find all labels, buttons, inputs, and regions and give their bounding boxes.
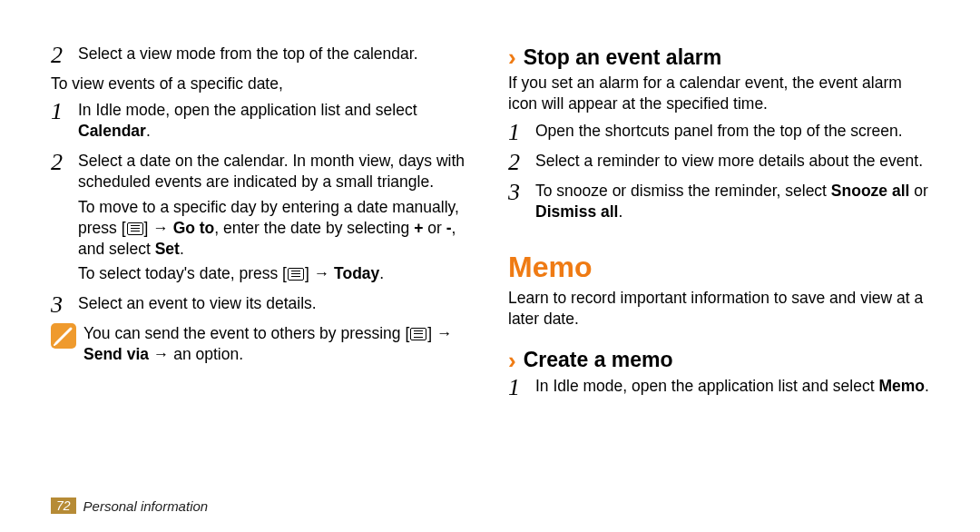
step-text: Select an event to view its details. bbox=[78, 293, 472, 314]
create-step-1: 1 In Idle mode, open the application lis… bbox=[508, 376, 929, 400]
step-body: Select a date on the calendar. In month … bbox=[78, 151, 472, 288]
heading-text: Create a memo bbox=[524, 346, 673, 373]
step-text: In Idle mode, open the application list … bbox=[535, 376, 929, 397]
step-number: 2 bbox=[51, 151, 78, 288]
step-body: Select a reminder to view more details a… bbox=[535, 151, 929, 175]
step-body: Select an event to view its details. bbox=[78, 293, 472, 318]
substep-1: 1 In Idle mode, open the application lis… bbox=[51, 100, 472, 145]
substep-3: 3 Select an event to view its details. bbox=[51, 293, 472, 318]
stop-step-2: 2 Select a reminder to view more details… bbox=[508, 151, 929, 175]
memo-intro: Learn to record important information to… bbox=[508, 288, 929, 330]
menu-icon bbox=[288, 268, 304, 281]
step-number: 2 bbox=[51, 44, 78, 68]
step-text: To move to a specific day by entering a … bbox=[78, 197, 472, 260]
heading-create-memo: › Create a memo bbox=[508, 346, 929, 373]
step-text: Select a view mode from the top of the c… bbox=[78, 44, 472, 64]
chevron-right-icon: › bbox=[508, 45, 516, 69]
page-footer: 72 Personal information bbox=[51, 498, 208, 514]
right-column: › Stop an event alarm If you set an alar… bbox=[508, 44, 929, 406]
step-text: Open the shortcuts panel from the top of… bbox=[535, 121, 929, 142]
step-text: Select a date on the calendar. In month … bbox=[78, 151, 472, 192]
step-number: 3 bbox=[508, 181, 535, 226]
note-block: You can send the event to others by pres… bbox=[51, 323, 472, 365]
step-body: To snooze or dismiss the reminder, selec… bbox=[535, 181, 929, 226]
step-text: To snooze or dismiss the reminder, selec… bbox=[535, 181, 929, 222]
heading-stop-alarm: › Stop an event alarm bbox=[508, 44, 929, 71]
step-body: In Idle mode, open the application list … bbox=[78, 100, 472, 145]
step-2: 2 Select a view mode from the top of the… bbox=[51, 44, 472, 68]
note-body: You can send the event to others by pres… bbox=[83, 323, 472, 365]
step-text: In Idle mode, open the application list … bbox=[78, 100, 472, 142]
step-text: To select today's date, press [] → Today… bbox=[78, 263, 472, 284]
step-number: 1 bbox=[508, 121, 535, 145]
page-columns: 2 Select a view mode from the top of the… bbox=[51, 44, 929, 406]
stop-intro: If you set an alarm for a calendar event… bbox=[508, 73, 929, 114]
step-number: 1 bbox=[51, 100, 78, 145]
substep-2: 2 Select a date on the calendar. In mont… bbox=[51, 151, 472, 288]
heading-text: Stop an event alarm bbox=[524, 44, 722, 71]
intro-line: To view events of a specific date, bbox=[51, 74, 472, 94]
stop-step-1: 1 Open the shortcuts panel from the top … bbox=[508, 121, 929, 145]
note-text: You can send the event to others by pres… bbox=[83, 323, 472, 365]
section-name: Personal information bbox=[83, 498, 209, 514]
step-body: Open the shortcuts panel from the top of… bbox=[535, 121, 929, 145]
page-number: 72 bbox=[51, 498, 76, 514]
menu-icon bbox=[127, 222, 143, 235]
step-number: 2 bbox=[508, 151, 535, 175]
menu-icon bbox=[410, 328, 426, 340]
stop-step-3: 3 To snooze or dismiss the reminder, sel… bbox=[508, 181, 929, 226]
chevron-right-icon: › bbox=[508, 349, 516, 372]
step-body: In Idle mode, open the application list … bbox=[535, 376, 929, 400]
step-text: Select a reminder to view more details a… bbox=[535, 151, 929, 172]
note-icon bbox=[51, 323, 76, 349]
left-column: 2 Select a view mode from the top of the… bbox=[51, 44, 472, 406]
step-body: Select a view mode from the top of the c… bbox=[78, 44, 472, 68]
heading-memo: Memo bbox=[508, 248, 929, 286]
step-number: 3 bbox=[51, 293, 78, 318]
step-number: 1 bbox=[508, 376, 535, 400]
